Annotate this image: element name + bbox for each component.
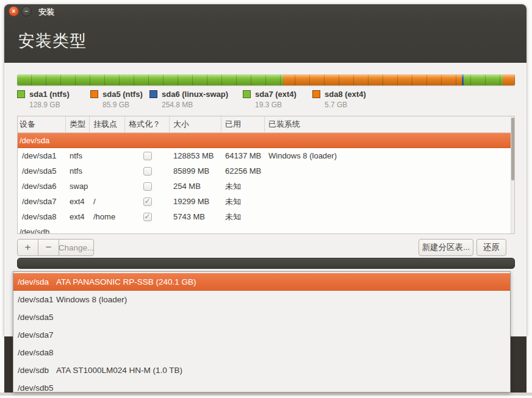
table-scrollbar[interactable]: [511, 116, 514, 233]
titlebar: × − 安装: [4, 4, 527, 19]
table-row[interactable]: /dev/sdb: [18, 224, 512, 234]
page-title: 安装类型: [18, 30, 87, 52]
cell-type: ext4: [66, 212, 90, 221]
device-list-item[interactable]: /dev/sdbATA ST1000LM024 HN-M (1.0 TB): [13, 361, 510, 379]
cell-type: swap: [66, 182, 90, 191]
device-list-item[interactable]: /dev/sda5: [13, 308, 510, 326]
legend-item-top: sda1 (ntfs): [17, 90, 70, 99]
cell-used: 未知: [221, 181, 265, 192]
cell-used: 64137 MB: [221, 151, 265, 160]
cell-size: 254 MB: [170, 182, 221, 191]
cell-mount: /home: [90, 212, 125, 221]
cell-format: [125, 213, 170, 221]
cell-used: 62256 MB: [221, 166, 265, 176]
table-row[interactable]: /dev/sda5ntfs85899 MB62256 MB: [18, 163, 512, 179]
add-partition-button[interactable]: +: [17, 239, 38, 256]
device-description: ATA ST1000LM024 HN-M (1.0 TB): [56, 366, 510, 375]
table-row[interactable]: /dev/sda: [18, 133, 512, 148]
screenshot-bottom-edge: [0, 393, 532, 396]
legend-swatch-icon: [149, 90, 157, 98]
bootloader-device-combobox[interactable]: [17, 258, 515, 269]
cell-device: /dev/sda5: [18, 166, 66, 176]
cell-device: /dev/sda6: [18, 182, 66, 191]
legend-swatch-icon: [312, 90, 320, 98]
close-icon[interactable]: ×: [9, 6, 19, 16]
column-header[interactable]: 设备: [18, 116, 66, 132]
cell-size: 85899 MB: [170, 166, 221, 176]
device-name: /dev/sda7: [13, 330, 56, 339]
table-row[interactable]: /dev/sda8ext4/home5743 MB未知: [18, 209, 512, 224]
table-row[interactable]: /dev/sda7ext4/19299 MB未知: [18, 194, 512, 209]
device-list-item[interactable]: /dev/sdb5: [13, 379, 510, 393]
legend-item: sda6 (linux-swap)254.8 MB: [149, 90, 228, 109]
legend-size: 5.7 GB: [325, 101, 366, 109]
table-row[interactable]: /dev/sda6swap254 MB未知: [18, 179, 512, 194]
cell-system: Windows 8 (loader): [265, 151, 512, 160]
legend-item: sda5 (ntfs)85.9 GB: [90, 90, 143, 109]
cell-device: /dev/sda8: [18, 212, 66, 221]
cell-device: /dev/sda1: [18, 151, 66, 160]
legend-item-top: sda6 (linux-swap): [149, 90, 228, 99]
cell-type: ntfs: [66, 166, 90, 176]
legend-swatch-icon: [243, 90, 251, 98]
legend-item: sda8 (ext4)5.7 GB: [312, 90, 366, 109]
device-name: /dev/sdb5: [13, 383, 56, 393]
format-checkbox[interactable]: [143, 213, 152, 221]
device-dropdown-list: /dev/sdaATA PANASONIC RP-SSB (240.1 GB)/…: [13, 271, 511, 393]
partition-usage-bar: [17, 74, 515, 85]
table-scrollbar-thumb[interactable]: [511, 118, 514, 180]
device-name: /dev/sda1: [13, 295, 56, 304]
cell-used: 未知: [221, 196, 265, 207]
legend-swatch-icon: [17, 90, 25, 98]
format-checkbox[interactable]: [143, 152, 152, 160]
legend-label: sda1 (ntfs): [29, 90, 70, 99]
revert-button[interactable]: 还原: [476, 239, 506, 256]
legend-label: sda6 (linux-swap): [162, 90, 228, 99]
column-header[interactable]: 大小: [170, 116, 221, 132]
column-header[interactable]: 挂载点: [90, 116, 125, 132]
cell-device: /dev/sda: [18, 136, 66, 145]
cell-device: /dev/sdb: [18, 227, 66, 234]
cell-size: 128853 MB: [170, 151, 221, 160]
device-list-item[interactable]: /dev/sda8: [13, 344, 510, 361]
device-name: /dev/sda5: [13, 313, 56, 322]
cell-format: [125, 152, 170, 160]
format-checkbox[interactable]: [143, 197, 152, 206]
legend-label: sda8 (ext4): [325, 90, 366, 99]
format-checkbox[interactable]: [143, 182, 152, 191]
new-partition-table-button[interactable]: 新建分区表...: [419, 239, 473, 256]
format-checkbox[interactable]: [143, 167, 152, 176]
column-header[interactable]: 已用: [221, 116, 265, 132]
legend-item: sda1 (ntfs)128.9 GB: [17, 90, 70, 109]
legend-swatch-icon: [90, 90, 98, 98]
cell-type: ntfs: [66, 151, 90, 160]
device-list-item[interactable]: /dev/sda7: [13, 326, 510, 344]
remove-partition-button[interactable]: −: [38, 239, 59, 256]
cell-device: /dev/sda7: [18, 197, 66, 206]
device-name: /dev/sdb: [13, 366, 56, 375]
device-name: /dev/sda: [13, 277, 56, 286]
legend-item: sda7 (ext4)19.3 GB: [243, 90, 297, 109]
device-name: /dev/sda8: [13, 348, 56, 357]
partition-table-header: 设备类型挂载点格式化？大小已用已装系统: [18, 116, 514, 133]
device-description: Windows 8 (loader): [56, 295, 510, 304]
cell-size: 5743 MB: [170, 212, 221, 221]
cell-mount: /: [90, 197, 125, 206]
cell-used: 未知: [221, 211, 265, 222]
table-row[interactable]: /dev/sda1ntfs128853 MB64137 MBWindows 8 …: [18, 148, 512, 163]
device-list-item[interactable]: /dev/sda1Windows 8 (loader): [13, 291, 510, 308]
cell-type: ext4: [66, 197, 90, 206]
partition-segment-sda8: [503, 74, 515, 85]
column-header[interactable]: 类型: [66, 116, 90, 132]
partition-segment-sda7: [464, 74, 503, 85]
device-list-item[interactable]: /dev/sdaATA PANASONIC RP-SSB (240.1 GB): [13, 273, 510, 291]
change-partition-button[interactable]: Change...: [59, 239, 94, 256]
window-title: 安装: [38, 7, 54, 18]
cell-size: 19299 MB: [170, 197, 221, 206]
minimize-icon[interactable]: −: [21, 6, 32, 16]
column-header[interactable]: 已装系统: [265, 116, 514, 132]
column-header[interactable]: 格式化？: [125, 116, 170, 132]
legend-label: sda7 (ext4): [255, 90, 297, 99]
legend-item-top: sda5 (ntfs): [90, 90, 143, 99]
partition-table: 设备类型挂载点格式化？大小已用已装系统 /dev/sda/dev/sda1ntf…: [17, 116, 515, 234]
